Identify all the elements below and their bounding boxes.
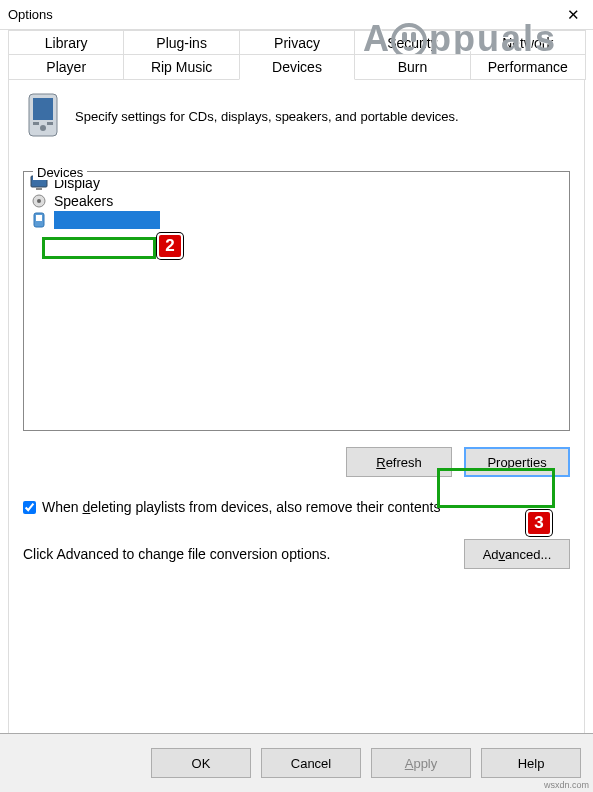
tab-privacy[interactable]: Privacy: [239, 30, 355, 55]
portable-device-icon: [30, 212, 48, 228]
tab-burn[interactable]: Burn: [354, 54, 470, 80]
delete-playlist-checkbox-row: When deleting playlists from devices, al…: [23, 499, 570, 515]
intro-text: Specify settings for CDs, displays, spea…: [75, 109, 459, 124]
pda-icon: [23, 92, 63, 140]
checkbox-label: When deleting playlists from devices, al…: [42, 499, 440, 515]
speaker-icon: [30, 193, 48, 209]
tab-security[interactable]: Security: [354, 30, 470, 55]
svg-point-2: [40, 125, 46, 131]
device-item-selected[interactable]: [26, 210, 567, 230]
tab-library[interactable]: Library: [8, 30, 124, 55]
devices-listbox[interactable]: Display Speakers: [23, 171, 570, 431]
svg-rect-10: [36, 215, 42, 221]
help-button[interactable]: Help: [481, 748, 581, 778]
advanced-button[interactable]: Advanced...: [464, 539, 570, 569]
devices-legend: Devices: [33, 165, 87, 180]
tab-performance[interactable]: Performance: [470, 54, 586, 80]
cancel-button[interactable]: Cancel: [261, 748, 361, 778]
tab-rip-music[interactable]: Rip Music: [123, 54, 239, 80]
dialog-footer: OK Cancel Apply Help: [0, 733, 593, 792]
properties-button[interactable]: Properties: [464, 447, 570, 477]
svg-rect-4: [47, 122, 53, 125]
tab-devices[interactable]: Devices: [239, 54, 355, 80]
close-icon[interactable]: ✕: [561, 6, 585, 24]
device-item-speakers[interactable]: Speakers: [26, 192, 567, 210]
device-item-display[interactable]: Display: [26, 174, 567, 192]
tab-panel-devices: Specify settings for CDs, displays, spea…: [8, 79, 585, 749]
advanced-text: Click Advanced to change file conversion…: [23, 546, 450, 562]
svg-point-8: [37, 199, 41, 203]
apply-button: Apply: [371, 748, 471, 778]
svg-rect-1: [33, 98, 53, 120]
tab-plugins[interactable]: Plug-ins: [123, 30, 239, 55]
delete-playlist-checkbox[interactable]: [23, 501, 36, 514]
tab-strip: Library Plug-ins Privacy Security Networ…: [0, 30, 593, 81]
tab-player[interactable]: Player: [8, 54, 124, 80]
window-title: Options: [8, 7, 561, 22]
ok-button[interactable]: OK: [151, 748, 251, 778]
device-label: Speakers: [54, 193, 113, 209]
svg-rect-3: [33, 122, 39, 125]
attribution-text: wsxdn.com: [544, 780, 589, 790]
svg-rect-6: [36, 188, 42, 190]
tab-network[interactable]: Network: [470, 30, 586, 55]
device-label: [54, 211, 160, 229]
title-bar: Options ✕: [0, 0, 593, 30]
refresh-button[interactable]: Refresh: [346, 447, 452, 477]
